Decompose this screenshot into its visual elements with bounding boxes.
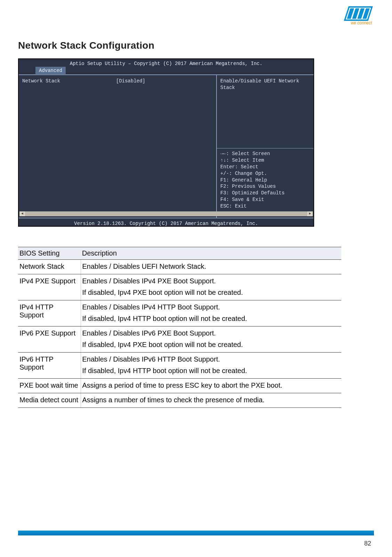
section-title: Network Stack Configuration <box>18 40 154 51</box>
table-row: Network Stack Enables / Disables UEFI Ne… <box>18 260 341 274</box>
table-row: Media detect count Assigns a number of t… <box>18 393 341 408</box>
header-description: Description <box>81 247 341 260</box>
bios-key-line: →←: Select Screen <box>220 151 310 157</box>
description-cell: Enables / Disables IPv6 PXE Boot Support… <box>81 326 341 353</box>
page-number: 82 <box>364 540 371 547</box>
scroll-left-icon[interactable]: ◄ <box>19 211 25 216</box>
description-cell: Assigns a period of time to press ESC ke… <box>81 379 341 393</box>
bios-footer: Version 2.18.1263. Copyright (C) 2017 Am… <box>19 218 313 227</box>
bios-key-line: F4: Save & Exit <box>220 196 310 203</box>
bios-key-line: F1: General Help <box>220 177 310 184</box>
bios-header: Aptio Setup Utility – Copyright (C) 2017… <box>19 59 313 67</box>
description-cell: Enables / Disables IPv4 PXE Boot Support… <box>81 274 341 300</box>
bios-description-table: BIOS Setting Description Network Stack E… <box>18 247 341 408</box>
table-row: PXE boot wait time Assigns a period of t… <box>18 379 341 393</box>
bios-key-line: ↑↓: Select Item <box>220 157 310 164</box>
bios-key-line: F2: Previous Values <box>220 183 310 190</box>
brand-tagline: we connect <box>351 21 372 25</box>
bios-setting-value: [Disabled] <box>116 78 213 84</box>
bios-help-pane: Enable/Disable UEFI Network Stack →←: Se… <box>216 75 313 218</box>
bios-setting-label: Network Stack <box>22 78 116 84</box>
footer-bar <box>18 531 374 535</box>
table-row: IPv4 HTTP Support Enables / Disables IPv… <box>18 300 341 326</box>
brand-logo: we connect <box>338 6 380 27</box>
description-cell: Enables / Disables UEFI Network Stack. <box>81 260 341 274</box>
bios-tab-bar: Advanced <box>19 67 313 74</box>
bios-key-line: ESC: Exit <box>220 203 310 210</box>
table-row: IPv6 HTTP Support Enables / Disables IPv… <box>18 353 341 379</box>
description-cell: Enables / Disables IPv4 HTTP Boot Suppor… <box>81 300 341 326</box>
bios-setting-row[interactable]: Network Stack [Disabled] <box>22 78 213 84</box>
bios-key-line: +/-: Change Opt. <box>220 170 310 177</box>
setting-cell: IPv4 HTTP Support <box>18 300 81 326</box>
bios-settings-pane: Network Stack [Disabled] <box>19 75 216 218</box>
setting-cell: Media detect count <box>18 393 81 408</box>
table-row: IPv6 PXE Support Enables / Disables IPv6… <box>18 326 341 353</box>
bios-key-line: F3: Optimized Defaults <box>220 190 310 196</box>
bios-screenshot: Aptio Setup Utility – Copyright (C) 2017… <box>18 58 314 227</box>
bios-tab-advanced[interactable]: Advanced <box>35 67 66 75</box>
bios-key-line: Enter: Select <box>220 164 310 170</box>
setting-cell: IPv6 HTTP Support <box>18 353 81 379</box>
setting-cell: PXE boot wait time <box>18 379 81 393</box>
bios-key-help: →←: Select Screen ↑↓: Select Item Enter:… <box>220 148 310 210</box>
setting-cell: Network Stack <box>18 260 81 274</box>
description-cell: Enables / Disables IPv6 HTTP Boot Suppor… <box>81 353 341 379</box>
table-header-row: BIOS Setting Description <box>18 247 341 260</box>
setting-cell: IPv4 PXE Support <box>18 274 81 300</box>
description-cell: Assigns a number of times to check the p… <box>81 393 341 408</box>
setting-cell: IPv6 PXE Support <box>18 326 81 353</box>
bios-scrollbar[interactable]: ◄ ► <box>19 211 313 216</box>
via-logo-icon: we connect <box>338 6 380 27</box>
bios-help-text: Enable/Disable UEFI Network Stack <box>220 78 310 91</box>
table-row: IPv4 PXE Support Enables / Disables IPv4… <box>18 274 341 300</box>
header-bios-setting: BIOS Setting <box>18 247 81 260</box>
scroll-right-icon[interactable]: ► <box>307 211 313 216</box>
